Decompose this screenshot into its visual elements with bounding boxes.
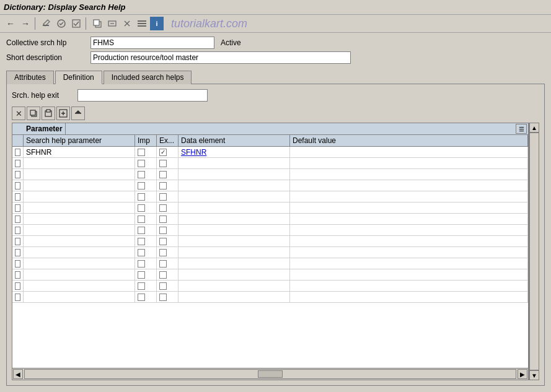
ex-check-1[interactable] — [159, 160, 167, 167]
activate-button[interactable] — [55, 17, 68, 30]
row-select-3[interactable] — [15, 182, 20, 189]
svg-rect-5 — [94, 20, 99, 25]
delete-button[interactable] — [120, 17, 134, 30]
imp-check-0[interactable] — [138, 149, 145, 156]
imp-check-7[interactable] — [138, 227, 145, 234]
row-select-2[interactable] — [15, 171, 20, 178]
info-button[interactable]: i — [150, 17, 164, 30]
td-param-12[interactable] — [24, 281, 135, 292]
scroll-track-h[interactable] — [24, 369, 516, 379]
ex-check-9[interactable] — [159, 249, 167, 256]
row-select-12[interactable] — [15, 282, 20, 290]
ex-check-7[interactable] — [159, 227, 167, 234]
scroll-up-button[interactable]: ▲ — [529, 123, 539, 133]
row-select-7[interactable] — [15, 227, 20, 234]
td-ex-4 — [157, 191, 179, 203]
imp-check-11[interactable] — [138, 271, 145, 279]
td-param-13[interactable] — [24, 292, 135, 303]
td-data-0[interactable]: SFHNR — [179, 147, 290, 158]
row-select-8[interactable] — [15, 238, 20, 245]
scroll-down-button[interactable]: ▼ — [529, 370, 539, 380]
short-desc-input[interactable] — [90, 51, 351, 64]
grid-toolbar: ✕ — [12, 107, 539, 120]
imp-check-10[interactable] — [138, 260, 145, 268]
ex-check-2[interactable] — [159, 171, 167, 178]
td-param-4[interactable] — [24, 191, 135, 203]
ex-check-13[interactable] — [159, 294, 167, 301]
row-select-6[interactable] — [15, 216, 20, 223]
grid-append-button[interactable] — [56, 107, 70, 120]
row-select-0[interactable] — [15, 149, 20, 156]
td-sel-10 — [12, 258, 24, 269]
imp-check-2[interactable] — [138, 171, 145, 178]
ex-check-8[interactable] — [159, 238, 167, 245]
td-param-8[interactable] — [24, 236, 135, 247]
row-select-10[interactable] — [15, 260, 20, 268]
td-param-1[interactable] — [24, 158, 135, 169]
table-settings-button[interactable]: ☰ — [516, 124, 527, 134]
grid-paste-button[interactable] — [42, 107, 55, 120]
table-row — [12, 258, 528, 269]
row-select-4[interactable] — [15, 193, 20, 201]
imp-check-6[interactable] — [138, 216, 145, 223]
td-param-5[interactable] — [24, 203, 135, 214]
rename-button[interactable] — [105, 17, 119, 30]
ex-check-4[interactable] — [159, 193, 167, 201]
imp-check-4[interactable] — [138, 193, 145, 201]
td-sel-8 — [12, 236, 24, 247]
imp-check-1[interactable] — [138, 160, 145, 167]
tab-definition[interactable]: Definition — [55, 71, 102, 84]
imp-check-12[interactable] — [138, 282, 145, 290]
row-select-1[interactable] — [15, 160, 20, 167]
td-data-2 — [179, 169, 290, 180]
imp-check-13[interactable] — [138, 294, 145, 301]
svg-rect-14 — [30, 110, 35, 115]
ex-check-6[interactable] — [159, 216, 167, 223]
imp-check-9[interactable] — [138, 249, 145, 256]
scroll-track-v[interactable] — [529, 133, 539, 370]
td-param-11[interactable] — [24, 269, 135, 281]
row-select-9[interactable] — [15, 249, 20, 256]
grid-delete-button[interactable]: ✕ — [12, 107, 25, 120]
ex-check-11[interactable] — [159, 271, 167, 279]
ex-check-5[interactable] — [159, 204, 167, 212]
ex-check-3[interactable] — [159, 182, 167, 189]
back-button[interactable]: ← — [4, 17, 17, 30]
ex-check-10[interactable] — [159, 260, 167, 268]
copy-button[interactable] — [90, 17, 104, 30]
check-button[interactable] — [69, 17, 83, 30]
table-row — [12, 169, 528, 180]
tab-attributes[interactable]: Attributes — [6, 71, 54, 84]
td-param-9[interactable] — [24, 247, 135, 258]
td-data-12 — [179, 281, 290, 292]
td-param-0[interactable]: SFHNR — [24, 147, 135, 158]
td-default-13 — [290, 292, 528, 303]
row-select-13[interactable] — [15, 294, 20, 301]
row-select-11[interactable] — [15, 271, 20, 279]
ex-check-12[interactable] — [159, 282, 167, 290]
imp-check-8[interactable] — [138, 238, 145, 245]
edit-button[interactable] — [40, 17, 53, 30]
grid-copy-button[interactable] — [27, 107, 40, 120]
scroll-right-button[interactable]: ▶ — [518, 369, 527, 379]
srch-help-exit-input[interactable] — [77, 89, 208, 102]
collective-input[interactable] — [90, 37, 214, 49]
td-param-3[interactable] — [24, 180, 135, 191]
more-button[interactable] — [135, 17, 149, 30]
td-param-10[interactable] — [24, 258, 135, 269]
td-param-7[interactable] — [24, 225, 135, 236]
scroll-left-button[interactable]: ◀ — [13, 369, 23, 379]
ex-check-0[interactable]: ✓ — [159, 149, 167, 156]
grid-insert-button[interactable] — [71, 107, 85, 120]
forward-button[interactable]: → — [19, 17, 32, 30]
td-ex-7 — [157, 225, 179, 236]
imp-check-5[interactable] — [138, 204, 145, 212]
scroll-thumb-h[interactable] — [258, 370, 283, 378]
td-param-2[interactable] — [24, 169, 135, 180]
td-param-6[interactable] — [24, 214, 135, 225]
imp-check-3[interactable] — [138, 182, 145, 189]
td-imp-6 — [135, 214, 157, 225]
short-desc-row: Short description — [6, 51, 545, 64]
row-select-5[interactable] — [15, 204, 20, 212]
tab-included[interactable]: Included search helps — [104, 71, 192, 84]
